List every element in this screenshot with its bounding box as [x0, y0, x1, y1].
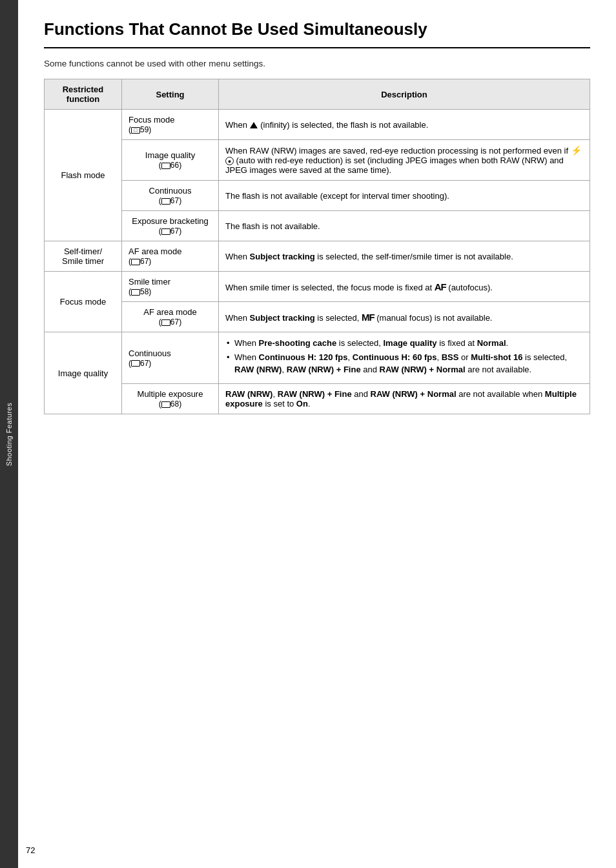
desc-af-area-focus: When Subject tracking is selected, MF (m…	[219, 302, 590, 332]
table-row: Image quality Continuous (67) When Pre-s…	[45, 332, 590, 384]
restricted-image-quality: Image quality	[45, 332, 122, 414]
desc-exposure-bracketing-flash: The flash is not available.	[219, 211, 590, 241]
table-row: Flash mode Focus mode (□59) When (infini…	[45, 110, 590, 140]
table-row: Focus mode Smile timer (58) When smile t…	[45, 272, 590, 302]
list-item: When Pre-shooting cache is selected, Ima…	[225, 338, 583, 349]
setting-af-area-selftimer: AF area mode (67)	[122, 241, 219, 272]
setting-focus-mode: Focus mode (□59)	[122, 110, 219, 140]
col-header-setting: Setting	[122, 79, 219, 110]
setting-continuous-flash: Continuous (67)	[122, 181, 219, 211]
sidebar: Shooting Features	[0, 0, 18, 868]
main-content: Functions That Cannot Be Used Simultaneo…	[18, 0, 616, 868]
restricted-focus-mode: Focus mode	[45, 272, 122, 332]
desc-af-area-selftimer: When Subject tracking is selected, the s…	[219, 241, 590, 272]
setting-continuous-quality: Continuous (67)	[122, 332, 219, 384]
col-header-description: Description	[219, 79, 590, 110]
setting-af-area-focus: AF area mode (67)	[122, 302, 219, 332]
setting-exposure-bracketing: Exposure bracketing (67)	[122, 211, 219, 241]
page-title: Functions That Cannot Be Used Simultaneo…	[44, 19, 590, 48]
restricted-self-timer: Self-timer/Smile timer	[45, 241, 122, 272]
list-item: When Continuous H: 120 fps, Continuous H…	[225, 352, 583, 375]
desc-continuous-quality: When Pre-shooting cache is selected, Ima…	[219, 332, 590, 384]
table-row: Continuous (67) The flash is not availab…	[45, 181, 590, 211]
page-number: 72	[26, 845, 35, 855]
setting-multiple-exposure: Multiple exposure (68)	[122, 383, 219, 414]
table-row: Image quality (66) When RAW (NRW) images…	[45, 140, 590, 181]
table-row: Multiple exposure (68) RAW (NRW), RAW (N…	[45, 383, 590, 414]
desc-continuous-flash: The flash is not available (except for i…	[219, 181, 590, 211]
sidebar-label: Shooting Features	[5, 402, 13, 465]
restricted-flash-mode: Flash mode	[45, 110, 122, 241]
col-header-restricted: Restricted function	[45, 79, 122, 110]
desc-smile-timer-focus: When smile timer is selected, the focus …	[219, 272, 590, 302]
table-row: AF area mode (67) When Subject tracking …	[45, 302, 590, 332]
table-row: Self-timer/Smile timer AF area mode (67)…	[45, 241, 590, 272]
setting-smile-timer: Smile timer (58)	[122, 272, 219, 302]
desc-multiple-exposure-quality: RAW (NRW), RAW (NRW) + Fine and RAW (NRW…	[219, 383, 590, 414]
table-row: Exposure bracketing (67) The flash is no…	[45, 211, 590, 241]
functions-table: Restricted function Setting Description …	[44, 79, 590, 414]
desc-image-quality-flash: When RAW (NRW) images are saved, red-eye…	[219, 140, 590, 181]
desc-focus-mode-flash: When (infinity) is selected, the flash i…	[219, 110, 590, 140]
setting-image-quality-flash: Image quality (66)	[122, 140, 219, 181]
intro-text: Some functions cannot be used with other…	[44, 59, 590, 68]
mountain-icon	[250, 122, 258, 128]
